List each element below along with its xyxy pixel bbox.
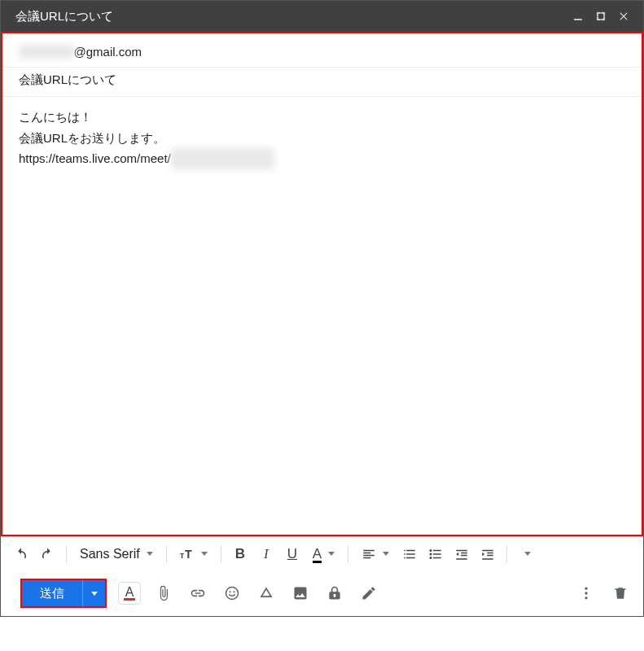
undo-button[interactable] xyxy=(9,542,33,566)
subject-text: 会議URLについて xyxy=(19,72,116,86)
font-size-dropdown[interactable]: тT xyxy=(173,542,214,566)
to-field[interactable]: xxxxxxxxx@gmail.com xyxy=(2,40,642,68)
svg-rect-0 xyxy=(574,20,581,20)
bottom-bar-wrap: 2 送信 A xyxy=(1,570,643,616)
chevron-down-icon xyxy=(328,552,335,556)
insert-link-icon[interactable] xyxy=(186,582,209,605)
titlebar: 会議URLについて xyxy=(1,1,643,32)
chevron-down-icon xyxy=(201,552,208,556)
close-icon[interactable] xyxy=(612,5,635,28)
body-line-url: https://teams.live.com/meet/xxxxxxxxxxxx… xyxy=(19,148,625,169)
send-options-button[interactable] xyxy=(82,580,105,606)
message-body[interactable]: こんにちは！ 会議URLをお送りします。 https://teams.live.… xyxy=(2,97,642,179)
indent-decrease-button[interactable] xyxy=(449,542,474,566)
numbered-list-button[interactable] xyxy=(397,542,422,566)
body-line-1: こんにちは！ xyxy=(19,107,625,128)
svg-point-5 xyxy=(430,557,432,559)
toolbar-separator xyxy=(348,545,348,563)
chevron-down-icon xyxy=(91,592,98,596)
redo-button[interactable] xyxy=(35,542,59,566)
svg-point-10 xyxy=(585,592,587,594)
insert-photo-icon[interactable] xyxy=(289,582,312,605)
svg-point-6 xyxy=(226,588,239,600)
insert-drive-icon[interactable] xyxy=(255,582,278,605)
svg-text:т: т xyxy=(180,549,184,559)
formatting-toggle-button[interactable]: A xyxy=(118,582,141,605)
compose-body-highlight: 1 xxxxxxxxx@gmail.com 会議URLについて こんにちは！ 会… xyxy=(1,32,643,536)
svg-point-3 xyxy=(430,549,432,552)
toolbar-separator xyxy=(66,545,67,563)
svg-point-7 xyxy=(229,591,230,592)
bottom-bar: 送信 A xyxy=(1,570,643,616)
insert-emoji-icon[interactable] xyxy=(221,582,243,605)
compose-content: xxxxxxxxx@gmail.com 会議URLについて こんにちは！ 会議U… xyxy=(2,33,642,535)
underline-button[interactable]: U xyxy=(280,542,304,566)
format-toolbar: Sans Serif тT B I U A xyxy=(1,536,643,570)
font-family-dropdown[interactable]: Sans Serif xyxy=(73,542,160,566)
svg-point-11 xyxy=(585,596,587,599)
svg-point-8 xyxy=(233,591,234,592)
text-color-dropdown[interactable]: A xyxy=(306,542,341,566)
italic-button[interactable]: I xyxy=(254,542,278,566)
body-line-2: 会議URLをお送りします。 xyxy=(19,128,625,149)
expand-icon[interactable] xyxy=(589,5,612,28)
attach-file-icon[interactable] xyxy=(152,582,175,605)
svg-point-9 xyxy=(585,588,587,590)
font-family-label: Sans Serif xyxy=(80,547,140,561)
send-button[interactable]: 送信 xyxy=(22,580,82,606)
insert-signature-icon[interactable] xyxy=(357,582,380,605)
discard-draft-icon[interactable] xyxy=(609,582,632,605)
chevron-down-icon xyxy=(383,552,389,556)
send-button-group: 送信 xyxy=(20,579,107,608)
to-redacted: xxxxxxxxx xyxy=(19,45,74,59)
bold-button[interactable]: B xyxy=(228,542,252,566)
confidential-mode-icon[interactable] xyxy=(323,582,346,605)
toolbar-separator xyxy=(506,545,507,563)
subject-field[interactable]: 会議URLについて xyxy=(2,68,642,97)
window-title: 会議URLについて xyxy=(15,9,567,24)
more-options-icon[interactable] xyxy=(575,582,598,605)
body-url-prefix: https://teams.live.com/meet/ xyxy=(19,151,171,165)
indent-increase-button[interactable] xyxy=(475,542,500,566)
bulleted-list-button[interactable] xyxy=(423,542,448,566)
toolbar-separator xyxy=(221,545,221,563)
to-visible: @gmail.com xyxy=(74,45,142,59)
toolbar-separator xyxy=(166,545,167,563)
send-label: 送信 xyxy=(40,586,64,601)
svg-text:T: T xyxy=(185,547,192,560)
body-url-redacted: xxxxxxxxxxxxxxxxx xyxy=(171,148,275,169)
chevron-down-icon xyxy=(524,552,531,556)
minimize-icon[interactable] xyxy=(567,5,589,28)
compose-window: 会議URLについて 1 xxxxxxxxx@gmail.com 会議URLについ… xyxy=(0,0,644,617)
more-formatting-dropdown[interactable] xyxy=(514,542,538,566)
align-dropdown[interactable] xyxy=(355,542,396,566)
chevron-down-icon xyxy=(147,552,153,556)
svg-point-4 xyxy=(430,553,432,555)
